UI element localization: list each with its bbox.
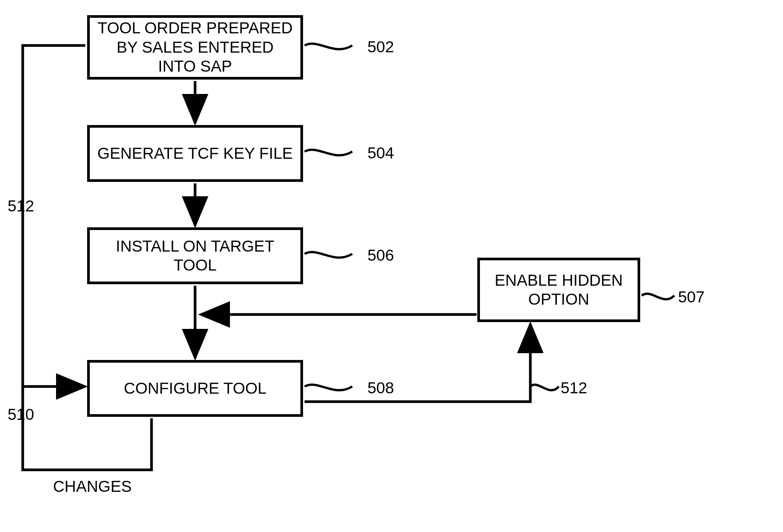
- leader-508: [305, 385, 352, 390]
- leader-504: [305, 150, 352, 155]
- leader-502: [305, 44, 352, 49]
- leader-512-right: [530, 385, 559, 390]
- leader-507: [642, 294, 674, 299]
- leader-506: [305, 252, 352, 258]
- diagram-connectors: [0, 0, 783, 532]
- path-508-changes-502: [23, 45, 152, 470]
